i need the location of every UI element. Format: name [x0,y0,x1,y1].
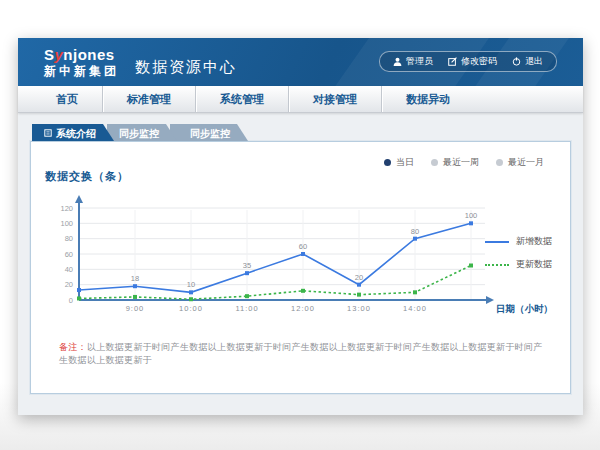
tab-label: 同步监控 [119,127,159,141]
footnote-label: 备注： [59,342,87,352]
user-icon [393,57,402,66]
company-name: 新中新集团 [44,65,119,78]
svg-text:11:00: 11:00 [235,304,258,313]
change-password-button[interactable]: 修改密码 [448,55,497,68]
radio-today[interactable]: 当日 [384,156,414,169]
radio-last-week[interactable]: 最近一周 [431,156,479,169]
main-nav: 首页 标准管理 系统管理 对接管理 数据异动 [18,86,583,113]
user-menu: 管理员 修改密码 退出 [379,51,557,72]
app-window: Synjones 新中新集团 数据资源中心 管理员 修改密码 退出 [18,38,583,415]
radio-label: 当日 [396,156,414,169]
svg-text:10: 10 [187,280,195,289]
tab-system-intro[interactable]: 系统介绍 [32,124,114,141]
nav-item-system-mgmt[interactable]: 系统管理 [196,86,289,112]
radio-label: 最近一周 [443,156,479,169]
radio-dot [431,159,438,166]
legend-label: 更新数据 [516,258,552,271]
company-logo: Synjones 新中新集团 [44,47,119,77]
line-chart: 0204060801001209:0010:0011:0012:0013:001… [39,192,559,324]
nav-item-standard-mgmt[interactable]: 标准管理 [103,86,196,112]
tab-bar: 系统介绍 同步监控 同步监控 [32,124,571,141]
svg-text:100: 100 [465,211,478,220]
y-axis-title: 数据交换（条） [45,169,129,184]
footnote-text: 以上数据更新于时间产生数据以上数据更新于时间产生数据以上数据更新于时间产生数据以… [59,342,543,365]
header: Synjones 新中新集团 数据资源中心 管理员 修改密码 退出 [18,38,583,86]
logout-button[interactable]: 退出 [512,55,543,68]
brand-name: Synjones [44,47,119,63]
tab-sync-monitor-2[interactable]: 同步监控 [170,124,248,141]
svg-text:20: 20 [355,273,363,282]
svg-text:80: 80 [411,227,419,236]
doc-icon [44,128,52,139]
legend-label: 新增数据 [516,235,552,248]
user-profile-button[interactable]: 管理员 [393,55,433,68]
svg-text:9:00: 9:00 [126,304,145,313]
radio-last-month[interactable]: 最近一月 [496,156,544,169]
radio-dot [496,159,503,166]
legend-line-blue [485,241,509,243]
page-title: 数据资源中心 [135,58,237,77]
svg-text:14:00: 14:00 [403,304,427,313]
legend-item-updated-data: 更新数据 [485,258,552,271]
radio-dot [384,159,391,166]
tab-sync-monitor-1[interactable]: 同步监控 [107,124,177,141]
user-name: 管理员 [406,55,433,68]
power-icon [512,57,521,66]
time-range-filter: 当日 最近一周 最近一月 [384,156,544,169]
edit-icon [448,57,457,66]
nav-item-home[interactable]: 首页 [32,86,103,112]
tab-label: 同步监控 [190,127,230,141]
nav-item-data-change[interactable]: 数据异动 [382,86,474,112]
svg-text:18: 18 [131,274,139,283]
svg-text:60: 60 [65,250,73,259]
svg-text:12:00: 12:00 [291,304,315,313]
legend-line-green [485,264,509,266]
svg-text:0: 0 [69,296,73,305]
svg-text:80: 80 [65,234,73,243]
content-area: 系统介绍 同步监控 同步监控 当日 最近一周 [18,113,583,394]
legend-item-new-data: 新增数据 [485,235,552,248]
svg-text:120: 120 [60,204,73,213]
svg-text:100: 100 [60,219,73,228]
chart-area: 0204060801001209:0010:0011:0012:0013:001… [39,192,559,328]
svg-text:10:00: 10:00 [179,304,203,313]
svg-text:日期（小时）: 日期（小时） [496,303,553,315]
chart-panel: 当日 最近一周 最近一月 数据交换（条） 0204060801001209:00… [30,141,571,394]
footnote: 备注：以上数据更新于时间产生数据以上数据更新于时间产生数据以上数据更新于时间产生… [59,341,550,367]
svg-text:60: 60 [299,242,307,251]
change-password-label: 修改密码 [461,55,497,68]
logout-label: 退出 [525,55,543,68]
svg-text:13:00: 13:00 [347,304,371,313]
svg-text:40: 40 [65,265,73,274]
nav-item-docking-mgmt[interactable]: 对接管理 [289,86,382,112]
svg-text:20: 20 [65,280,73,289]
tab-label: 系统介绍 [56,127,96,141]
radio-label: 最近一月 [508,156,544,169]
svg-text:35: 35 [243,261,251,270]
chart-legend: 新增数据 更新数据 [485,235,552,271]
